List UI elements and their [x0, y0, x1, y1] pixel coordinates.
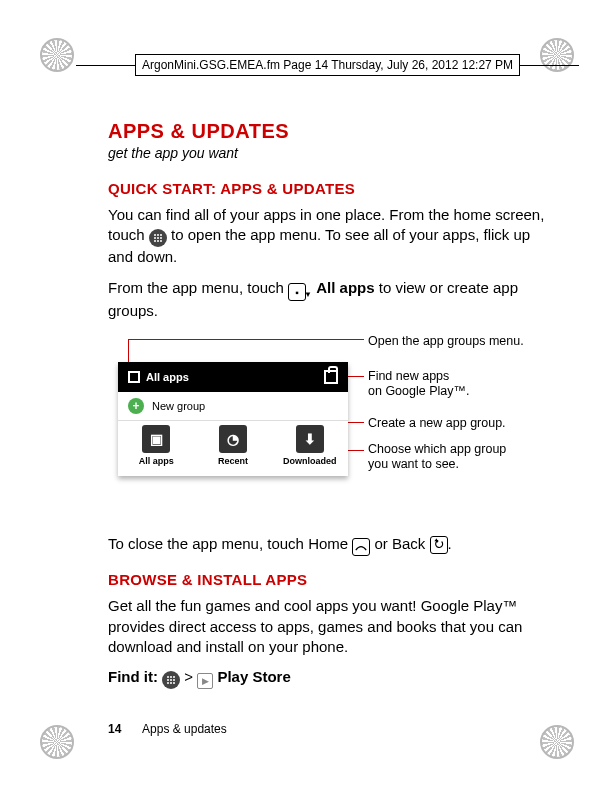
paragraph-1: You can find all of your apps in one pla… — [108, 205, 548, 268]
svg-point-6 — [154, 240, 156, 242]
svg-point-15 — [167, 682, 169, 684]
page-number: 14 — [108, 722, 121, 736]
tab-downloaded: ⬇ Downloaded — [271, 421, 348, 475]
callout-create-group: Create a new app group. — [368, 416, 506, 432]
page-title: APPS & UPDATES — [108, 118, 548, 145]
apps-circle-icon-2 — [162, 671, 180, 689]
find-it-line: Find it: > ▶ Play Store — [108, 667, 548, 689]
paragraph-2: From the app menu, touch ▪▼ All apps to … — [108, 278, 548, 322]
shop-bag-icon — [324, 370, 338, 384]
app-menu-diagram: All apps + New group ▣ All apps ◔ Recent — [108, 334, 548, 524]
tab-recent: ◔ Recent — [195, 421, 272, 475]
svg-point-12 — [167, 679, 169, 681]
svg-point-9 — [167, 676, 169, 678]
play-store-icon: ▶ — [197, 673, 213, 689]
ornament-bottom-right — [540, 725, 574, 759]
find-it-path: Play Store — [217, 668, 290, 685]
dropdown-triangle-icon: ▼ — [304, 290, 312, 301]
para2a-text: From the app menu, touch — [108, 279, 288, 296]
page-footer: 14 Apps & updates — [108, 721, 227, 737]
plus-icon: + — [128, 398, 144, 414]
svg-point-14 — [173, 679, 175, 681]
svg-point-4 — [157, 237, 159, 239]
para3b-text: or Back — [374, 535, 429, 552]
footer-section: Apps & updates — [142, 722, 227, 736]
svg-point-0 — [154, 234, 156, 236]
tab-downloaded-label: Downloaded — [283, 456, 337, 466]
page-subtitle: get the app you want — [108, 144, 548, 163]
tab-all-label: All apps — [139, 456, 174, 466]
svg-point-11 — [173, 676, 175, 678]
svg-point-16 — [170, 682, 172, 684]
svg-point-2 — [160, 234, 162, 236]
phone-ui-mock: All apps + New group ▣ All apps ◔ Recent — [118, 362, 348, 476]
recent-tab-icon: ◔ — [219, 425, 247, 453]
svg-point-8 — [160, 240, 162, 242]
topbar-label: All apps — [146, 371, 189, 383]
svg-point-1 — [157, 234, 159, 236]
apps-circle-icon — [149, 229, 167, 247]
para3a-text: To close the app menu, touch Home — [108, 535, 352, 552]
find-it-label: Find it: — [108, 668, 158, 685]
browse-heading: BROWSE & INSTALL APPS — [108, 570, 548, 590]
running-header-text: ArgonMini.GSG.EMEA.fm Page 14 Thursday, … — [142, 58, 513, 72]
callout-open-menu: Open the app groups menu. — [368, 334, 524, 350]
ornament-top-right — [540, 38, 574, 72]
new-group-label: New group — [152, 399, 205, 414]
back-key-icon — [430, 536, 448, 554]
callout-find-new: Find new apps on Google Play™. — [368, 369, 469, 400]
svg-point-13 — [170, 679, 172, 681]
svg-point-10 — [170, 676, 172, 678]
para1b-text: to open the app menu. To see all of your… — [108, 226, 530, 265]
paragraph-4: Get all the fun games and cool apps you … — [108, 596, 548, 657]
home-key-icon — [352, 538, 370, 556]
group-tabs: ▣ All apps ◔ Recent ⬇ Downloaded — [118, 421, 348, 475]
all-apps-tab-icon: ▣ — [142, 425, 170, 453]
svg-point-17 — [173, 682, 175, 684]
ui-topbar: All apps — [118, 362, 348, 393]
svg-point-5 — [160, 237, 162, 239]
running-header: ArgonMini.GSG.EMEA.fm Page 14 Thursday, … — [135, 54, 520, 76]
ornament-top-left — [40, 38, 74, 72]
tab-recent-label: Recent — [218, 456, 248, 466]
downloaded-tab-icon: ⬇ — [296, 425, 324, 453]
callout-choose-group: Choose which app group you want to see. — [368, 442, 506, 473]
all-apps-label: All apps — [316, 279, 374, 296]
ornament-bottom-left — [40, 725, 74, 759]
connector — [128, 339, 364, 340]
paragraph-3: To close the app menu, touch Home or Bac… — [108, 534, 548, 557]
tab-all-apps: ▣ All apps — [118, 421, 195, 475]
svg-point-7 — [157, 240, 159, 242]
quick-start-heading: QUICK START: APPS & UPDATES — [108, 179, 548, 199]
para3c-text: . — [448, 535, 452, 552]
all-apps-topbar-icon — [128, 371, 140, 383]
new-group-row: + New group — [118, 392, 348, 421]
svg-point-3 — [154, 237, 156, 239]
